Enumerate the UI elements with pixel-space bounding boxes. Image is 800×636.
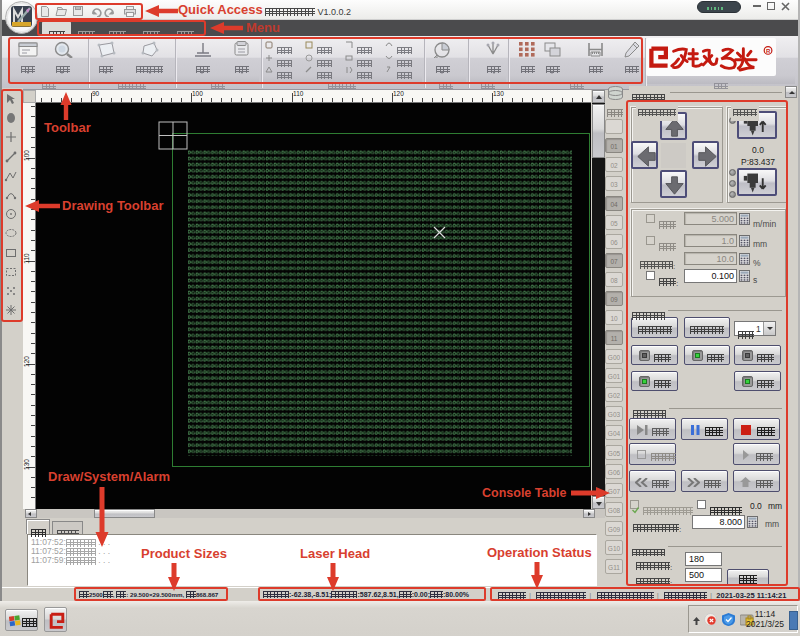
svg-text:R: R [766, 48, 771, 54]
